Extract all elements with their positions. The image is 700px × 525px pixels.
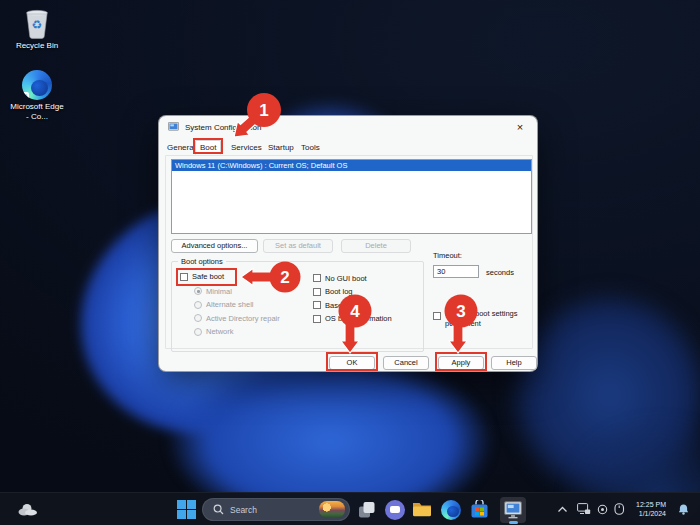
radio-minimal-label: Minimal [206,287,232,297]
active-app-indicator [509,521,518,524]
os-boot-information-checkbox[interactable] [313,315,321,323]
tab-tools[interactable]: Tools [297,141,324,154]
task-view-icon[interactable] [358,501,376,519]
cancel-button[interactable]: Cancel [383,356,429,370]
boot-entry-selected[interactable]: Windows 11 (C:\Windows) : Current OS; De… [172,160,531,171]
tab-boot[interactable]: Boot [195,140,221,155]
apply-button[interactable]: Apply [438,356,484,370]
msconfig-taskbar-icon[interactable] [500,497,526,523]
boot-log-checkbox[interactable] [313,288,321,296]
tab-services[interactable]: Services [227,141,266,154]
tray-display-icon[interactable] [577,503,591,515]
edge-taskbar-icon[interactable] [441,500,461,520]
radio-active-directory-repair[interactable] [194,314,202,322]
widgets-weather-icon[interactable] [18,503,42,516]
tray-chevron-up-icon[interactable] [557,506,568,513]
start-button[interactable] [177,500,196,519]
search-placeholder: Search [230,505,313,515]
tray-device-icon[interactable] [597,504,608,515]
set-as-default-button[interactable]: Set as default [263,239,333,253]
window-title: System Configuration [185,123,261,132]
safe-boot-label[interactable]: Safe boot [192,272,224,282]
search-icon [213,504,224,515]
radio-network-label: Network [206,327,234,337]
radio-active-directory-repair-label: Active Directory repair [206,314,280,324]
radio-minimal[interactable] [194,287,202,295]
base-video-label: Base video [325,301,362,311]
svg-text:♻: ♻ [32,18,43,32]
edge-icon: ↗ [22,70,52,100]
safe-boot-checkbox[interactable] [180,273,188,281]
os-boot-information-label: OS boot information [325,314,392,324]
advanced-options-button[interactable]: Advanced options... [171,239,258,253]
desktop-icon-label: Microsoft Edge - Co... [10,102,64,122]
taskbar: Search [0,492,700,525]
make-permanent-checkbox[interactable] [433,312,441,320]
boot-options-group-label: Boot options [178,257,226,266]
base-video-checkbox[interactable] [313,301,321,309]
timeout-unit-label: seconds [486,268,514,278]
help-button[interactable]: Help [491,356,537,370]
boot-log-label: Boot log [325,287,353,297]
search-highlight-thumbnail[interactable] [319,501,345,518]
desktop: ♻ Recycle Bin ↗ Microsoft Edge - Co... S… [0,0,700,525]
no-gui-boot-checkbox[interactable] [313,274,321,282]
radio-alternate-shell-label: Alternate shell [206,300,254,310]
tray-mouse-icon[interactable] [613,503,626,515]
desktop-icon-edge[interactable]: ↗ Microsoft Edge - Co... [10,70,64,122]
shortcut-arrow-icon: ↗ [22,92,29,100]
taskbar-clock[interactable]: 12:25 PM 1/1/2024 [630,500,666,518]
search-box[interactable]: Search [202,498,350,521]
file-explorer-icon[interactable] [412,501,432,517]
msconfig-monitor-icon [504,501,522,519]
system-configuration-window: System Configuration × General Boot Serv… [158,115,538,372]
recycle-bin-icon: ♻ [24,9,50,39]
desktop-icon-recycle-bin[interactable]: ♻ Recycle Bin [10,9,64,51]
timeout-input[interactable]: 30 [433,265,479,278]
msconfig-window-icon [168,122,179,133]
radio-network[interactable] [194,328,202,336]
delete-button[interactable]: Delete [341,239,411,253]
make-permanent-label: Make all boot settings permanent [445,309,533,328]
timeout-label: Timeout: [433,251,462,261]
tab-startup[interactable]: Startup [264,141,298,154]
tab-general[interactable]: General [163,141,199,154]
microsoft-store-icon[interactable] [470,500,489,519]
clock-time: 12:25 PM [636,500,666,509]
notification-bell-icon[interactable] [677,503,690,516]
radio-alternate-shell[interactable] [194,301,202,309]
no-gui-boot-label: No GUI boot [325,274,367,284]
ok-button[interactable]: OK [329,356,375,370]
chat-icon[interactable] [385,500,405,520]
clock-date: 1/1/2024 [639,509,666,518]
boot-entries-list[interactable]: Windows 11 (C:\Windows) : Current OS; De… [171,159,532,234]
desktop-icon-label: Recycle Bin [16,41,58,51]
close-icon[interactable]: × [512,119,528,135]
window-titlebar: System Configuration × [159,116,537,138]
